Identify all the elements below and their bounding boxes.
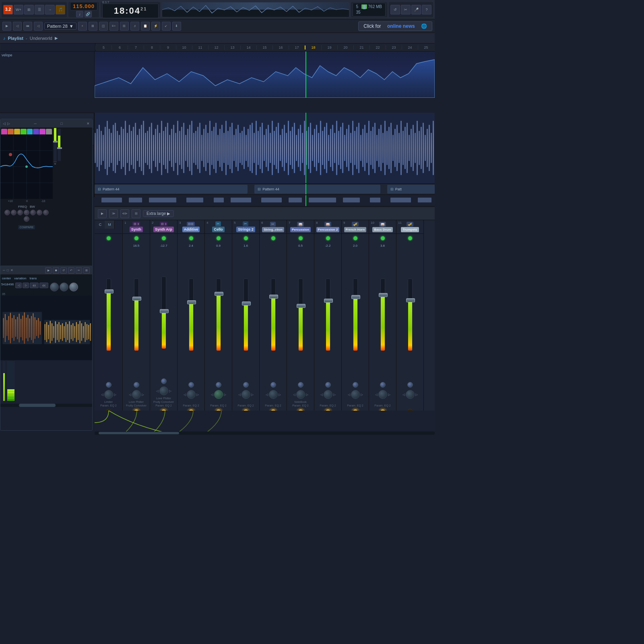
svg-rect-57 [207,133,208,163]
mixer-btn-1[interactable]: ≫ [109,209,118,218]
mode-btn-6[interactable]: 🎵 [56,5,65,14]
svg-rect-115 [324,127,325,169]
tool-btn-4[interactable]: ⊟ [120,22,129,31]
svg-rect-58 [209,121,211,175]
skip-back-btn[interactable]: ⏮ [23,22,32,31]
tool-btn-2[interactable]: ◫ [99,22,108,31]
add-pattern-btn[interactable]: + [78,22,87,31]
sample-volume-fader[interactable] [3,361,5,401]
play-btn[interactable]: ▶ [2,22,11,31]
tool-btn-8[interactable]: ↙ [162,22,171,31]
svg-rect-107 [308,127,309,169]
mixer-btn-2[interactable]: ⊲⊳ [120,209,129,218]
svg-rect-9 [111,133,112,163]
sample-waveform [0,296,92,360]
svg-rect-161 [417,121,418,175]
svg-rect-206 [46,322,47,342]
mixer-toggle[interactable]: ▶ [98,209,107,218]
svg-rect-220 [71,325,72,339]
playlist-expand[interactable]: ▶ [55,36,58,40]
prev-pattern-btn[interactable]: ◁ [34,22,43,31]
channel-master-pan[interactable] [104,390,113,399]
refresh-btn[interactable]: ↺ [390,5,400,14]
svg-rect-119 [332,125,333,171]
svg-rect-88 [270,133,271,163]
channel-master-send-knob[interactable] [106,382,111,388]
svg-rect-199 [31,316,32,340]
tool-btn-9[interactable]: ⬇ [172,22,181,31]
svg-rect-207 [48,325,49,339]
bpm-display[interactable]: 115.000 [70,2,97,10]
mic-btn[interactable]: 🎤 [411,5,421,14]
mixer-btn-3[interactable]: ⊟ [132,209,140,218]
svg-rect-198 [29,318,30,338]
compare-btn[interactable]: COMPARE [18,225,35,229]
svg-rect-208 [50,321,51,343]
pattern-block-1[interactable]: ⊟ Pattern 44 [95,185,248,194]
channel-synth: 1 ⊟ 3 Synth 16.5 ◁ [123,220,150,435]
help-btn[interactable]: ? [422,5,431,14]
tool-btn-1[interactable]: ⊞ [89,22,97,31]
svg-rect-49 [191,121,192,175]
pattern-block-3[interactable]: ⊟ Patt [387,185,435,194]
pattern-select-group[interactable]: Pattern 28 ▼ [44,23,76,30]
svg-rect-52 [197,127,198,169]
svg-rect-127 [348,125,349,171]
mixer-size-select[interactable]: Extra large ▶ [143,210,174,217]
svg-rect-200 [33,313,33,343]
svg-rect-203 [38,318,39,338]
cpu-display: 5 ▓ 762 MB 35 [353,3,386,17]
timeline-ruler: 5 6 7 8 9 10 11 12 13 14 15 16 17 18 19 … [0,43,435,52]
svg-rect-212 [57,324,58,340]
link-btn[interactable]: 🔗 [85,11,92,17]
metronome-btn[interactable]: ♩ [76,11,83,17]
svg-rect-23 [139,129,140,167]
svg-rect-124 [342,123,343,173]
channel-master-led[interactable] [107,236,111,240]
tool-btn-6[interactable]: 📋 [141,22,150,31]
svg-rect-145 [384,121,386,175]
channel-master-plugin2[interactable]: Param. EQ 2 [99,404,117,407]
tool-btn-7[interactable]: ⚡ [151,22,160,31]
svg-rect-30 [153,135,154,161]
svg-rect-142 [378,129,380,167]
svg-rect-140 [374,123,376,173]
svg-rect-110 [314,129,315,167]
mode-btn-5[interactable]: → [45,5,55,14]
svg-rect-217 [66,322,66,342]
channel-cello: 4 ✂ Cello 0.9 ◁ ▷ [205,220,232,435]
channel-bass-drum: 10 🥁 Bass Drum 3.8 ◁ [369,220,396,435]
channel-c-label: C [95,221,105,229]
svg-rect-75 [244,127,245,169]
svg-rect-10 [113,125,114,171]
sample-counter-2: variation [14,277,26,280]
svg-rect-159 [413,125,414,171]
svg-rect-143 [380,125,382,171]
mode-btn-3[interactable]: ⊞ [24,5,34,14]
svg-rect-6 [105,127,106,169]
mode-btn-2[interactable]: W+ [14,5,23,14]
svg-rect-168 [431,133,432,163]
arrow-back-btn[interactable]: ◁ [13,22,22,31]
svg-rect-130 [354,131,355,165]
tool-btn-5[interactable]: ♬ [130,22,139,31]
pattern-block-2[interactable]: ⊟ Pattern 44 [254,185,380,194]
channel-master-plugin1[interactable]: Limiter [103,400,114,404]
svg-rect-170 [305,113,306,183]
scissors-btn[interactable]: ✂ [401,5,411,14]
svg-rect-169 [433,121,434,175]
envelope-area: velope [0,52,435,98]
svg-rect-123 [340,127,341,169]
svg-rect-85 [264,135,265,161]
svg-rect-82 [258,131,259,165]
news-button[interactable]: Click for online news 🌐 [358,21,432,31]
mode-btn-1[interactable]: 3.2 [3,5,13,14]
mode-btn-4[interactable]: ☰ [35,5,44,14]
svg-rect-156 [407,123,408,173]
tool-btn-3[interactable]: ≡+ [109,22,118,31]
svg-rect-93 [280,135,281,161]
sample-scrollbar[interactable] [0,404,92,407]
time-display[interactable]: 18:0421 [102,4,159,18]
svg-rect-55 [203,129,204,167]
svg-rect-151 [396,125,398,171]
